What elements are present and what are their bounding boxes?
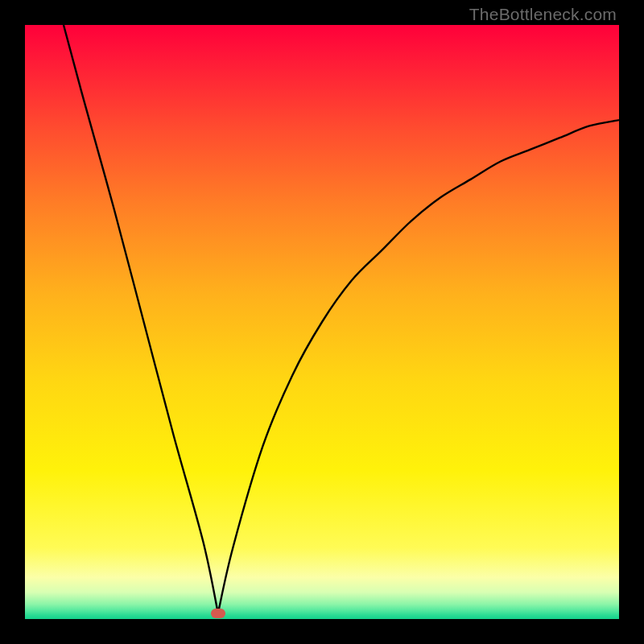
optimum-marker — [211, 609, 225, 618]
curve-path — [64, 25, 619, 613]
chart-frame: TheBottleneck.com — [0, 0, 644, 644]
attribution-text: TheBottleneck.com — [469, 5, 617, 24]
bottleneck-curve — [25, 25, 619, 619]
plot-area — [25, 25, 619, 619]
